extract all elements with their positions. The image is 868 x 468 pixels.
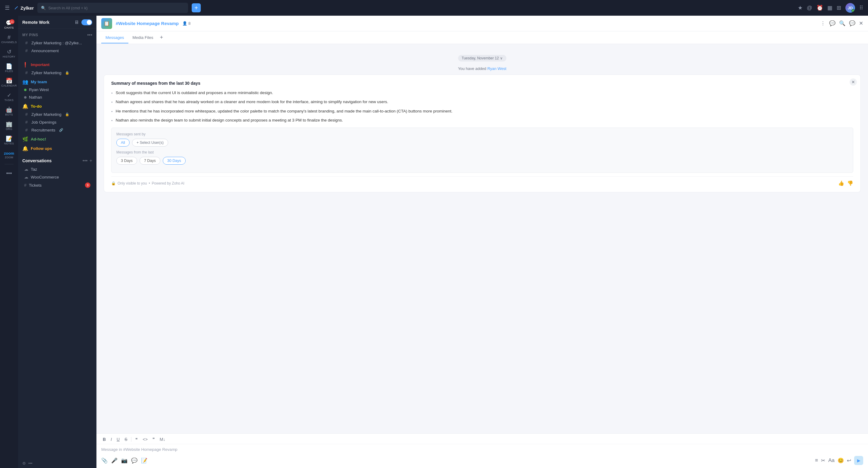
filter-chip-7days[interactable]: 7 Days xyxy=(140,157,160,165)
channel-recruitments-label: Recruitments xyxy=(31,128,56,133)
filter-chip-select-users[interactable]: + Select User(s) xyxy=(132,139,168,147)
bullet-2-text: Nathan agrees and shares that he has alr… xyxy=(116,99,388,105)
code-block-button[interactable]: ❞ xyxy=(151,436,156,443)
thumbs-up-button[interactable]: 👍 xyxy=(838,180,844,186)
date-chevron: ∨ xyxy=(500,56,503,60)
channel-job-openings[interactable]: # Job Openings xyxy=(20,118,95,126)
person-ryan-west[interactable]: Ryan West xyxy=(20,86,95,93)
person-ryan-label: Ryan West xyxy=(29,87,49,92)
tab-media-files[interactable]: Media Files xyxy=(128,32,158,43)
message-input-placeholder[interactable]: Message in #Website Homepage Revamp xyxy=(96,444,868,454)
sidebar-settings[interactable]: ⚙ ••• xyxy=(18,459,96,468)
blockquote-button[interactable]: ❝ xyxy=(134,436,139,443)
star-icon[interactable]: ★ xyxy=(798,4,803,11)
rail-channels[interactable]: # CHANNELS xyxy=(2,33,16,46)
bots-label: BOTS xyxy=(5,113,13,116)
clock-icon[interactable]: ⏰ xyxy=(816,4,823,11)
tab-add[interactable]: + xyxy=(158,31,166,44)
group-adhoc-label: Ad-hoc! xyxy=(31,137,46,141)
my-pins-more[interactable]: ••• xyxy=(87,32,92,38)
myteam-icon: 👥 xyxy=(22,79,28,85)
rail-bots[interactable]: 🤖 BOTS xyxy=(2,105,16,118)
toggle-button[interactable] xyxy=(82,19,92,25)
conv-woocommerce[interactable]: ☁ WooCommerce xyxy=(20,173,95,181)
rail-org[interactable]: 🏢 ORG xyxy=(2,119,16,133)
msg-icon[interactable]: 💬 xyxy=(829,20,835,27)
rail-more[interactable]: ••• xyxy=(2,167,16,180)
channel-recruitments[interactable]: # Recruitments 🔗 xyxy=(20,126,95,134)
thumbs-down-button[interactable]: 👎 xyxy=(847,180,853,186)
pin-item-announcement[interactable]: # Announcement xyxy=(20,47,95,55)
group-myteam[interactable]: 👥 My team xyxy=(18,77,96,86)
channel-zylker-marketing[interactable]: # Zylker Marketing 🔒 xyxy=(20,69,95,77)
conv-tickets[interactable]: # Tickets 9 xyxy=(20,181,95,189)
close-icon[interactable]: ✕ xyxy=(859,20,863,27)
pin-item-marketing[interactable]: # Zylker Marketing : @Zylke... xyxy=(20,39,95,47)
video-icon[interactable]: 📷 xyxy=(121,458,127,464)
group-important[interactable]: ❗ Important xyxy=(18,59,96,69)
summary-close-button[interactable]: ✕ xyxy=(849,79,857,86)
conv-taz[interactable]: ☁ Taz xyxy=(20,165,95,173)
list-icon[interactable]: ≡ xyxy=(815,458,818,464)
top-bar: ☰ ⟋ Zylker 🔍 Search in All (cmd + k) + ★… xyxy=(0,0,868,16)
date-label[interactable]: Tuesday, November 12 ∨ xyxy=(458,55,506,61)
undo-icon[interactable]: ↩ xyxy=(847,458,851,464)
visible-text: Only visible to you xyxy=(118,181,147,185)
toolbar-sep-1 xyxy=(131,437,131,442)
rail-calendar[interactable]: 📅 CALENDAR xyxy=(2,76,16,89)
group-followups[interactable]: 🔔 Follow ups xyxy=(18,143,96,153)
rail-files[interactable]: 📄 FILES xyxy=(2,61,16,75)
conversations-more[interactable]: ••• xyxy=(83,158,88,164)
channel-zylker-marketing-2[interactable]: # Zylker Marketing 🔒 xyxy=(20,110,95,118)
message-input-area: B I U S ❝ <> ❞ M↓ Message in #Website Ho… xyxy=(96,433,868,468)
rail-chats[interactable]: 11 💬 CHATS xyxy=(2,18,16,31)
add-button[interactable]: + xyxy=(192,3,201,12)
thread-icon[interactable]: 💬 xyxy=(849,20,855,27)
conversations-add[interactable]: + xyxy=(90,158,92,164)
settings-icon: ⚙ xyxy=(22,461,26,466)
filter-chip-30days[interactable]: 30 Days xyxy=(163,157,186,165)
notes-input-icon[interactable]: 📝 xyxy=(141,458,147,464)
grid-icon[interactable]: ⊞ xyxy=(837,4,841,11)
system-msg-user[interactable]: Ryan West xyxy=(487,66,506,71)
attachment-icon[interactable]: 📎 xyxy=(101,458,107,464)
search-ch-icon[interactable]: 🔍 xyxy=(839,20,845,27)
markdown-button[interactable]: M↓ xyxy=(158,436,167,443)
code-button[interactable]: <> xyxy=(141,436,149,443)
filter-chip-all[interactable]: All xyxy=(116,139,130,147)
group-todo[interactable]: 🔔 To-do xyxy=(18,101,96,110)
message-type-icon[interactable]: 💬 xyxy=(131,458,137,464)
person-nathan[interactable]: Nathan xyxy=(20,93,95,101)
scissor-icon[interactable]: ✂ xyxy=(821,458,825,464)
hamburger-icon[interactable]: ☰ xyxy=(5,4,10,11)
monitor-icon[interactable]: 🖥 xyxy=(74,20,79,25)
avatar[interactable]: JD xyxy=(845,3,855,13)
group-adhoc[interactable]: 🌿 Ad-hoc! xyxy=(18,134,96,143)
apps-icon[interactable]: ⠿ xyxy=(859,4,863,11)
bold-button[interactable]: B xyxy=(101,436,107,443)
filter-chip-3days[interactable]: 3 Days xyxy=(116,157,137,165)
format-icon[interactable]: Aa xyxy=(828,458,835,464)
rail-tasks[interactable]: ✓ TASKS xyxy=(2,90,16,104)
more-bottom[interactable]: ••• xyxy=(28,461,33,466)
search-bar[interactable]: 🔍 Search in All (cmd + k) xyxy=(37,3,188,13)
strikethrough-button[interactable]: S xyxy=(123,436,129,443)
conv-woocommerce-label: WooCommerce xyxy=(31,175,59,179)
bookmark-icon[interactable]: ▦ xyxy=(827,4,832,11)
org-icon: 🏢 xyxy=(6,121,12,127)
at-icon[interactable]: @ xyxy=(807,5,812,11)
emoji-icon[interactable]: 😊 xyxy=(838,458,844,464)
underline-button[interactable]: U xyxy=(115,436,121,443)
calendar-label: CALENDAR xyxy=(1,84,17,87)
channel-header: 📋 #Website Homepage Revamp 👤 8 ⋮ 💬 🔍 💬 ✕ xyxy=(96,16,868,31)
rail-history[interactable]: ↺ HISTORY xyxy=(2,47,16,60)
kebab-icon[interactable]: ⋮ xyxy=(820,20,826,27)
rail-zoom[interactable]: zoom ZOOM xyxy=(2,148,16,162)
italic-button[interactable]: I xyxy=(109,436,113,443)
tab-messages[interactable]: Messages xyxy=(101,32,128,43)
send-button[interactable]: ▶ xyxy=(854,456,863,465)
rail-notes[interactable]: 📝 NOTES xyxy=(2,134,16,147)
topbar-right: ★ @ ⏰ ▦ ⊞ JD ⠿ xyxy=(798,3,863,13)
icon-rail: 11 💬 CHATS # CHANNELS ↺ HISTORY 📄 FILES … xyxy=(0,16,18,468)
audio-icon[interactable]: 🎤 xyxy=(111,458,118,464)
